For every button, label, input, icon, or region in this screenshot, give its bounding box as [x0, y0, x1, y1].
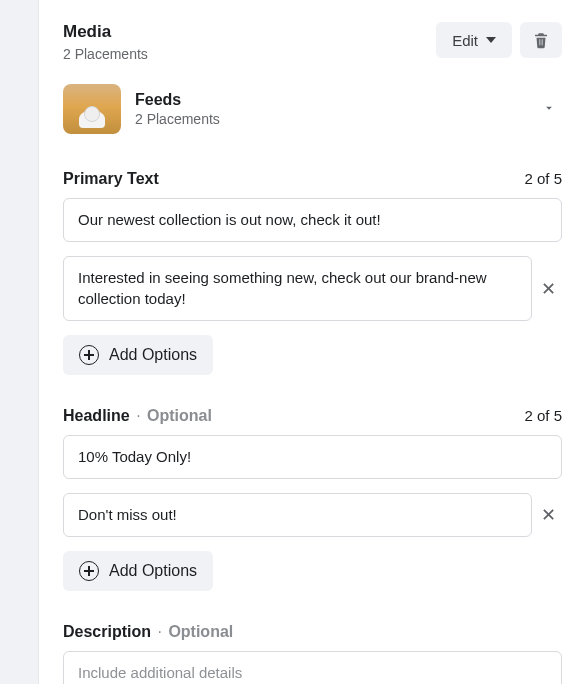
plus-circle-icon	[79, 345, 99, 365]
edit-button-label: Edit	[452, 32, 478, 49]
add-headline-option-button[interactable]: Add Options	[63, 551, 213, 591]
description-section-header: Description · Optional	[63, 623, 562, 641]
add-primary-text-option-button[interactable]: Add Options	[63, 335, 213, 375]
headline-label: Headline	[63, 407, 130, 424]
sidebar-stub	[0, 0, 38, 684]
headline-separator: ·	[136, 407, 140, 424]
primary-text-option-1[interactable]: Our newest collection is out now, check …	[63, 198, 562, 242]
headline-option-2[interactable]: Don't miss out!	[63, 493, 532, 537]
trash-icon	[532, 31, 550, 49]
delete-button[interactable]	[520, 22, 562, 58]
primary-text-option-1-text: Our newest collection is out now, check …	[78, 210, 547, 230]
headline-counter: 2 of 5	[524, 407, 562, 424]
chevron-down-icon	[542, 101, 556, 115]
header-actions: Edit	[436, 22, 562, 58]
close-icon: ✕	[541, 505, 556, 525]
media-placements-count: 2 Placements	[63, 46, 148, 62]
close-icon: ✕	[541, 279, 556, 299]
primary-text-option-2-wrap: Interested in seeing something new, chec…	[63, 256, 562, 321]
feeds-placements-count: 2 Placements	[135, 111, 220, 127]
media-title: Media	[63, 22, 148, 42]
primary-text-counter: 2 of 5	[524, 170, 562, 187]
headline-option-2-wrap: Don't miss out! ✕	[63, 493, 562, 537]
headline-section-header: Headline · Optional 2 of 5	[63, 407, 562, 425]
headline-optional: Optional	[147, 407, 212, 424]
feeds-title: Feeds	[135, 91, 220, 109]
feeds-placement-row[interactable]: Feeds 2 Placements	[63, 84, 562, 134]
media-title-block: Media 2 Placements	[63, 22, 148, 62]
primary-text-option-2-text: Interested in seeing something new, chec…	[78, 268, 517, 309]
description-label-group: Description · Optional	[63, 623, 233, 641]
caret-down-icon	[486, 37, 496, 43]
headline-label-group: Headline · Optional	[63, 407, 212, 425]
add-headline-label: Add Options	[109, 562, 197, 580]
feeds-text-block: Feeds 2 Placements	[135, 91, 220, 127]
description-placeholder: Include additional details	[78, 663, 547, 683]
headline-option-2-text: Don't miss out!	[78, 505, 517, 525]
expand-feeds-button[interactable]	[536, 95, 562, 124]
feeds-thumbnail	[63, 84, 121, 134]
description-optional: Optional	[168, 623, 233, 640]
edit-button[interactable]: Edit	[436, 22, 512, 58]
plus-circle-icon	[79, 561, 99, 581]
primary-text-label: Primary Text	[63, 170, 159, 188]
primary-text-option-2[interactable]: Interested in seeing something new, chec…	[63, 256, 532, 321]
add-primary-text-label: Add Options	[109, 346, 197, 364]
headline-option-1-text: 10% Today Only!	[78, 447, 547, 467]
description-input[interactable]: Include additional details	[63, 651, 562, 684]
media-panel: Media 2 Placements Edit Feeds 2 Placemen…	[38, 0, 586, 684]
primary-text-section-header: Primary Text 2 of 5	[63, 170, 562, 188]
description-label: Description	[63, 623, 151, 640]
media-header: Media 2 Placements Edit	[63, 22, 562, 62]
remove-primary-text-2-button[interactable]: ✕	[537, 276, 560, 302]
remove-headline-2-button[interactable]: ✕	[537, 502, 560, 528]
headline-option-1[interactable]: 10% Today Only!	[63, 435, 562, 479]
description-separator: ·	[157, 623, 161, 640]
